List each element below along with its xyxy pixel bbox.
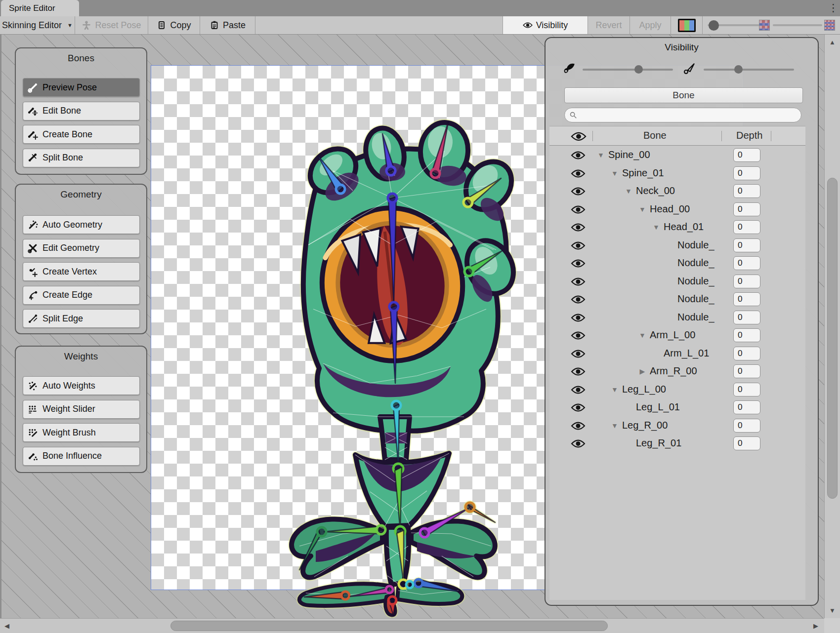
- depth-input[interactable]: 0: [733, 311, 760, 324]
- bone-name[interactable]: Nodule_: [677, 312, 714, 323]
- bone-row-arm_r_00[interactable]: ▶Arm_R_000: [549, 363, 805, 381]
- depth-input[interactable]: 0: [733, 383, 760, 396]
- bone-name[interactable]: Nodule_: [677, 239, 714, 251]
- bone-row-leg_l_00[interactable]: ▼Leg_L_000: [549, 381, 805, 399]
- foldout-expanded-icon[interactable]: ▼: [610, 169, 619, 177]
- depth-input[interactable]: 0: [733, 347, 760, 360]
- eye-icon[interactable]: [571, 259, 587, 269]
- create-edge-button[interactable]: Create Edge: [23, 286, 140, 305]
- depth-column-header[interactable]: Depth: [736, 130, 762, 141]
- bone-name[interactable]: Arm_L_01: [664, 348, 709, 359]
- bone-influence-button[interactable]: Bone Influence: [23, 447, 140, 466]
- alpha-slider-knob[interactable]: [709, 20, 719, 31]
- bone-row-arm_l_01[interactable]: Arm_L_010: [549, 345, 805, 363]
- eye-icon[interactable]: [571, 295, 587, 305]
- depth-input[interactable]: 0: [733, 436, 760, 450]
- bone-size-slider-knob[interactable]: [634, 65, 643, 74]
- depth-input[interactable]: 0: [733, 202, 760, 216]
- revert-button[interactable]: Revert: [588, 16, 630, 34]
- eye-icon[interactable]: [571, 205, 587, 215]
- bone-search-input[interactable]: [564, 108, 801, 122]
- depth-input[interactable]: 0: [733, 364, 760, 378]
- bone-column-header[interactable]: Bone: [643, 130, 667, 141]
- foldout-expanded-icon[interactable]: ▼: [652, 223, 661, 231]
- horizontal-scrollbar[interactable]: ◀ ▶: [0, 618, 824, 633]
- create-vertex-button[interactable]: Create Vertex: [23, 262, 140, 281]
- eye-icon[interactable]: [571, 187, 587, 197]
- eye-icon[interactable]: [571, 241, 587, 251]
- bone-name[interactable]: Leg_L_00: [622, 384, 666, 395]
- eye-icon[interactable]: [571, 349, 587, 359]
- foldout-expanded-icon[interactable]: ▼: [610, 422, 619, 430]
- bone-row-nodule_[interactable]: Nodule_0: [549, 291, 805, 309]
- skinning-editor-dropdown[interactable]: Skinning Editor ▼: [0, 16, 75, 34]
- eye-icon[interactable]: [571, 439, 587, 449]
- weight-brush-button[interactable]: Weight Brush: [23, 423, 140, 442]
- split-bone-button[interactable]: Split Bone: [23, 149, 140, 167]
- eye-icon[interactable]: [571, 403, 587, 413]
- eye-icon[interactable]: [571, 313, 587, 323]
- bone-row-spine_00[interactable]: ▼Spine_000: [549, 147, 805, 164]
- foldout-expanded-icon[interactable]: ▼: [638, 331, 647, 339]
- reset-pose-button[interactable]: Reset Pose: [75, 16, 148, 34]
- mask-slider-track[interactable]: [773, 24, 822, 26]
- bone-name[interactable]: Head_00: [650, 203, 690, 215]
- bone-row-head_01[interactable]: ▼Head_010: [549, 219, 805, 237]
- copy-button[interactable]: Copy: [148, 16, 200, 34]
- bone-row-neck_00[interactable]: ▼Neck_000: [549, 183, 805, 200]
- foldout-expanded-icon[interactable]: ▼: [624, 187, 633, 195]
- scroll-left-icon[interactable]: ◀: [4, 622, 9, 630]
- preview-pose-button[interactable]: Preview Pose: [23, 78, 140, 97]
- weight-slider-button[interactable]: Weight Slider: [23, 400, 140, 419]
- split-edge-button[interactable]: Split Edge: [23, 309, 140, 328]
- scroll-right-icon[interactable]: ▶: [813, 622, 818, 630]
- eye-icon[interactable]: [571, 367, 587, 377]
- depth-input[interactable]: 0: [733, 148, 760, 162]
- depth-input[interactable]: 0: [733, 328, 760, 342]
- eye-icon[interactable]: [571, 331, 587, 341]
- bone-name[interactable]: Nodule_: [677, 257, 714, 269]
- vertical-scrollbar-thumb[interactable]: [827, 178, 838, 499]
- bone-row-leg_l_01[interactable]: Leg_L_010: [549, 399, 805, 417]
- foldout-collapsed-icon[interactable]: ▶: [638, 367, 647, 375]
- horizontal-scrollbar-thumb[interactable]: [170, 621, 608, 631]
- eye-icon[interactable]: [571, 277, 587, 287]
- bone-row-leg_r_00[interactable]: ▼Leg_R_000: [549, 417, 805, 435]
- eye-icon[interactable]: [571, 385, 587, 395]
- scroll-up-icon[interactable]: ▲: [829, 39, 836, 46]
- bone-name[interactable]: Head_01: [664, 221, 704, 233]
- foldout-expanded-icon[interactable]: ▼: [610, 386, 619, 394]
- eye-icon[interactable]: [571, 169, 587, 179]
- bone-name[interactable]: Arm_R_00: [650, 365, 697, 377]
- depth-input[interactable]: 0: [733, 419, 760, 433]
- apply-button[interactable]: Apply: [630, 16, 671, 34]
- bone-name[interactable]: Leg_L_01: [636, 401, 680, 413]
- scroll-down-icon[interactable]: ▼: [829, 607, 836, 614]
- bone-outline-size-slider-track[interactable]: [704, 69, 794, 71]
- kebab-menu-icon[interactable]: ⋮: [828, 1, 837, 15]
- depth-input[interactable]: 0: [733, 256, 760, 270]
- eye-icon[interactable]: [571, 421, 587, 431]
- bone-tab[interactable]: Bone: [564, 87, 803, 103]
- bone-size-slider-track[interactable]: [583, 69, 673, 71]
- create-bone-button[interactable]: Create Bone: [23, 125, 140, 144]
- eye-icon[interactable]: [571, 151, 587, 160]
- foldout-expanded-icon[interactable]: ▼: [638, 205, 647, 213]
- bone-outline-size-slider-knob[interactable]: [734, 65, 743, 74]
- foldout-expanded-icon[interactable]: ▼: [596, 151, 605, 159]
- depth-input[interactable]: 0: [733, 166, 760, 180]
- vertical-scrollbar[interactable]: ▲ ▼: [824, 35, 840, 618]
- bone-row-leg_r_01[interactable]: Leg_R_010: [549, 435, 805, 453]
- depth-input[interactable]: 0: [733, 220, 760, 234]
- bone-name[interactable]: Leg_R_00: [622, 420, 668, 431]
- bone-row-nodule_[interactable]: Nodule_0: [549, 309, 805, 327]
- bone-name[interactable]: Nodule_: [677, 276, 714, 287]
- tab-sprite-editor[interactable]: Sprite Editor: [1, 0, 79, 16]
- depth-input[interactable]: 0: [733, 238, 760, 252]
- bone-row-head_00[interactable]: ▼Head_000: [549, 201, 805, 219]
- paste-button[interactable]: Paste: [200, 16, 255, 34]
- bone-name[interactable]: Leg_R_01: [636, 437, 681, 449]
- bone-name[interactable]: Spine_01: [622, 167, 664, 179]
- edit-geometry-button[interactable]: Edit Geometry: [23, 239, 140, 258]
- rgb-swatch-button[interactable]: [678, 19, 696, 32]
